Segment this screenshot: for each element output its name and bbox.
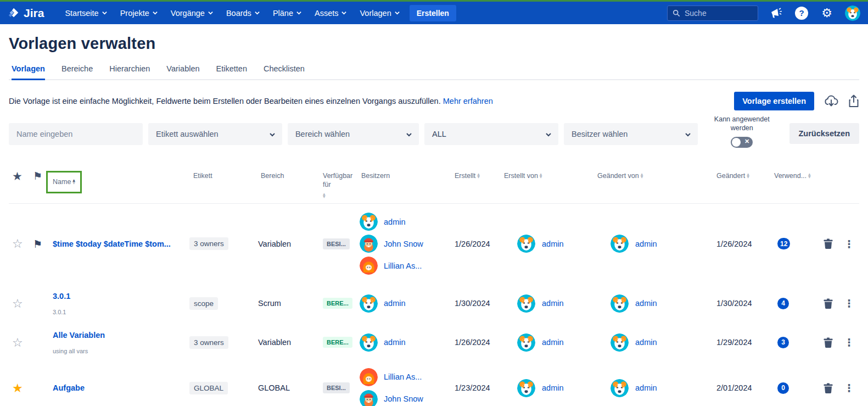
user-link[interactable]: admin: [635, 383, 657, 392]
owner-name-link[interactable]: Lillian As...: [384, 262, 422, 270]
column-header-verfuegbar[interactable]: Verfügbar für ▲▼: [323, 164, 358, 198]
table-row: ★ Aufgabe GLOBAL GLOBAL BESI... Lillian …: [9, 361, 859, 406]
favorite-star-icon[interactable]: ★: [9, 381, 33, 395]
announcements-icon[interactable]: [769, 6, 783, 20]
nav-item-projekte[interactable]: Projekte: [114, 2, 164, 24]
created-date: 1/26/2024: [455, 338, 504, 347]
column-header-erstellt-von[interactable]: Erstellt von ▲▼: [504, 164, 597, 181]
delete-trash-icon[interactable]: [824, 298, 833, 309]
favorite-star-icon[interactable]: ☆: [9, 297, 33, 310]
tab-etiketten[interactable]: Etiketten: [216, 64, 247, 80]
learn-more-link[interactable]: Mehr erfahren: [443, 97, 493, 105]
owners-list: admin: [360, 330, 455, 355]
column-header-etikett[interactable]: Etikett: [189, 164, 258, 181]
template-name-link[interactable]: Alle Variablen: [53, 331, 105, 340]
delete-trash-icon[interactable]: [824, 238, 833, 249]
user-avatar[interactable]: [845, 5, 860, 21]
owner-name-link[interactable]: Lillian As...: [384, 372, 422, 381]
modified-date: 1/26/2024: [716, 240, 774, 248]
column-header-verwendet[interactable]: Verwend... ▲▼: [774, 164, 819, 181]
can-apply-toggle[interactable]: ✕: [731, 137, 753, 148]
filter-owner-select[interactable]: Besitzer wählen: [564, 123, 698, 145]
filter-scope-select[interactable]: Bereich wählen: [288, 123, 419, 145]
user-link[interactable]: admin: [542, 299, 564, 308]
search-input[interactable]: [685, 9, 751, 18]
nav-item-plaene[interactable]: Pläne: [266, 2, 308, 24]
delete-trash-icon[interactable]: [824, 383, 833, 393]
orange-woman-avatar: [360, 368, 378, 386]
jira-logo[interactable]: Jira: [8, 7, 44, 20]
nav-item-vorgaenge[interactable]: Vorgänge: [164, 2, 220, 24]
template-name-link[interactable]: Aufgabe: [53, 383, 85, 392]
column-header-bereich[interactable]: Bereich: [258, 164, 323, 181]
user-link[interactable]: admin: [635, 299, 657, 308]
user-link[interactable]: admin: [635, 240, 657, 248]
modified-by: admin: [597, 333, 716, 352]
modified-date: 2/01/2024: [716, 383, 774, 392]
user-link[interactable]: admin: [542, 338, 564, 347]
tab-checklisten[interactable]: Checklisten: [264, 64, 305, 80]
filter-name-input[interactable]: [16, 130, 135, 138]
user-link[interactable]: admin: [635, 338, 657, 347]
favorite-star-icon[interactable]: ☆: [9, 336, 33, 349]
owners-list: admin John Snow Lillian As...: [360, 209, 455, 279]
owner-item: admin: [360, 333, 455, 352]
column-header-geaendert-von[interactable]: Geändert von ▲▼: [597, 164, 716, 181]
template-subtext: 3.0.1: [53, 309, 189, 315]
column-header-besitzern[interactable]: Besitzern: [360, 164, 455, 181]
owner-name-link[interactable]: admin: [384, 218, 406, 226]
tab-vorlagen[interactable]: Vorlagen: [12, 64, 45, 80]
row-menu-kebab-icon[interactable]: ⋮: [844, 238, 854, 250]
column-header-erstellt[interactable]: Erstellt ▲▼: [455, 164, 504, 181]
nav-item-startseite[interactable]: Startseite: [58, 2, 113, 24]
tab-bereiche[interactable]: Bereiche: [61, 64, 93, 80]
settings-gear-icon[interactable]: ⚙: [820, 6, 834, 20]
owner-name-link[interactable]: admin: [384, 338, 406, 347]
created-by: admin: [504, 333, 597, 352]
dog-avatar: [611, 333, 629, 352]
favorite-star-icon[interactable]: ☆: [9, 237, 33, 251]
nav-create-button[interactable]: Erstellen: [410, 5, 456, 21]
label-badge: GLOBAL: [189, 382, 228, 394]
name-header-highlight-box: Name ▲▼: [46, 171, 82, 194]
tab-hierarchien[interactable]: Hierarchien: [109, 64, 150, 80]
owner-item: John Snow: [360, 235, 455, 253]
orange-woman-avatar: [360, 257, 378, 275]
filter-applies-select[interactable]: ALL: [424, 123, 558, 145]
delete-trash-icon[interactable]: [824, 337, 833, 348]
search-icon: [673, 9, 680, 17]
owner-name-link[interactable]: John Snow: [384, 240, 423, 248]
create-template-button[interactable]: Vorlage erstellen: [734, 92, 814, 110]
column-header-geaendert[interactable]: Geändert ▲▼: [716, 164, 774, 181]
favorite-star-header-icon[interactable]: ★: [9, 164, 33, 184]
export-share-icon[interactable]: [848, 94, 859, 108]
nav-item-assets[interactable]: Assets: [308, 2, 354, 24]
chevron-down-icon: [255, 10, 260, 15]
flag-icon[interactable]: ⚑: [33, 238, 53, 250]
column-header-name[interactable]: Name ▲▼: [53, 164, 189, 194]
owner-name-link[interactable]: admin: [384, 299, 406, 308]
filter-name-input-wrap: [9, 123, 143, 145]
chevron-down-icon: [296, 10, 301, 15]
import-cloud-icon[interactable]: [824, 94, 838, 108]
owner-item: Lillian As...: [360, 368, 455, 386]
nav-item-vorlagen[interactable]: Vorlagen: [353, 2, 406, 24]
nav-item-boards[interactable]: Boards: [220, 2, 266, 24]
can-apply-toggle-label: Kann angewendet werden: [714, 115, 770, 133]
reset-filters-button[interactable]: Zurücksetzen: [789, 123, 859, 144]
help-icon[interactable]: ?: [794, 6, 809, 20]
template-name-link[interactable]: 3.0.1: [53, 292, 70, 301]
global-search[interactable]: [667, 5, 758, 21]
owner-name-link[interactable]: John Snow: [384, 394, 423, 403]
beanie-man-avatar: [360, 235, 378, 253]
tab-variablen[interactable]: Variablen: [166, 64, 199, 80]
user-link[interactable]: admin: [542, 240, 564, 248]
row-menu-kebab-icon[interactable]: ⋮: [844, 382, 854, 394]
row-menu-kebab-icon[interactable]: ⋮: [844, 336, 854, 348]
dog-avatar: [611, 294, 629, 313]
template-name-link[interactable]: $time $today $dateTime $tom...: [53, 240, 171, 248]
filter-label-select[interactable]: Etikett auswählen: [148, 123, 282, 145]
modified-by: admin: [597, 235, 716, 253]
user-link[interactable]: admin: [542, 383, 564, 392]
row-menu-kebab-icon[interactable]: ⋮: [844, 297, 854, 309]
